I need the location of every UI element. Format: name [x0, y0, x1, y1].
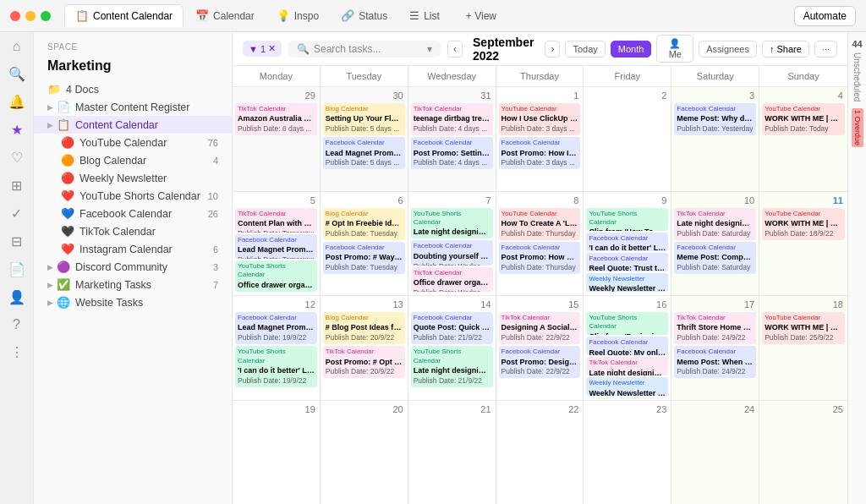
cal-cell-4[interactable]: 4YouTube CalendarWORK WITH ME | Rede:Pub…: [759, 87, 847, 191]
event-youtube[interactable]: YouTube CalendarHow I Use ClickUp To MPu…: [499, 103, 581, 135]
cal-cell-30[interactable]: 30Blog CalendarSetting Up Your Flodesh:P…: [321, 87, 408, 191]
maximize-button[interactable]: [41, 11, 51, 21]
more-icon[interactable]: ⋮: [10, 344, 24, 360]
close-button[interactable]: [10, 11, 20, 21]
event-tiktok[interactable]: TikTok CalendarPost Promo: # Opt In Fr:P…: [323, 346, 405, 378]
tab-content-calendar[interactable]: 📋Content Calendar: [64, 4, 184, 27]
cal-cell-16[interactable]: 16YouTube Shorts CalendarClip from 'Desi…: [584, 296, 671, 400]
event-facebook[interactable]: Facebook CalendarMeme Post: Why does mPu…: [674, 103, 756, 135]
grid-icon[interactable]: ⊟: [11, 233, 22, 249]
event-tiktok[interactable]: TikTok CalendarLate night designing witP…: [674, 208, 756, 240]
next-month-button[interactable]: ›: [545, 41, 560, 58]
month-view-button[interactable]: Month: [611, 41, 652, 58]
event-facebook[interactable]: Facebook Calendar'I can do it better' Li…: [586, 233, 668, 251]
tab-view[interactable]: + View: [452, 6, 507, 26]
sidebar-item-newsletter[interactable]: 🔴Weekly Newsletter: [34, 169, 232, 187]
automate-button[interactable]: Automate: [794, 6, 856, 26]
minimize-button[interactable]: [25, 11, 36, 21]
cal-cell-24[interactable]: 24: [671, 401, 759, 505]
cal-cell-5[interactable]: 5TikTok CalendarContent Plan with me inP…: [233, 192, 321, 296]
doc-icon[interactable]: 📄: [8, 261, 25, 277]
sidebar-item-blog[interactable]: 🟠Blog Calendar4: [34, 151, 232, 169]
event-tiktok[interactable]: TikTok CalendarThrift Store Home Deco:Pu…: [674, 312, 756, 344]
cal-cell-22[interactable]: 22: [496, 401, 584, 505]
question-icon[interactable]: ?: [13, 317, 20, 332]
cal-cell-15[interactable]: 15TikTok CalendarDesigning A Social Medi…: [496, 296, 584, 400]
notification-icon[interactable]: 🔔: [8, 94, 25, 110]
event-blog[interactable]: Blog Calendar# Blog Post Ideas for Sc:Pu…: [323, 312, 405, 344]
cal-cell-14[interactable]: 14Facebook CalendarQuote Post: Quick rem…: [408, 296, 496, 400]
share-button[interactable]: ↑ Share: [762, 41, 809, 58]
sidebar-item-website-tasks[interactable]: ▶🌐Website Tasks: [34, 293, 232, 311]
more-options-button[interactable]: ···: [814, 41, 837, 58]
cal-cell-17[interactable]: 17TikTok CalendarThrift Store Home Deco:…: [671, 296, 759, 400]
event-shorts[interactable]: YouTube Shorts CalendarLate night design…: [411, 346, 493, 387]
event-shorts[interactable]: YouTube Shorts CalendarClip from 'How To…: [586, 208, 668, 231]
check-icon[interactable]: ✓: [11, 205, 22, 222]
assignees-button[interactable]: Assignees: [699, 41, 757, 58]
search-box[interactable]: 🔍 Search tasks... ▾: [288, 41, 441, 58]
box-icon[interactable]: ⊞: [11, 178, 22, 194]
sidebar-docs[interactable]: 📁 4 Docs: [34, 80, 232, 98]
search-icon[interactable]: 🔍: [8, 66, 25, 82]
sidebar-item-shorts[interactable]: ❤️YouTube Shorts Calendar10: [34, 187, 232, 205]
tab-status[interactable]: 🔗Status: [331, 5, 397, 26]
heart-icon[interactable]: ♡: [11, 150, 23, 166]
cal-cell-12[interactable]: 12Facebook CalendarLead Magnet Promo: N:…: [233, 296, 321, 400]
event-shorts[interactable]: YouTube Shorts CalendarOffice drawer org…: [235, 260, 317, 292]
cal-cell-8[interactable]: 8YouTube CalendarHow To Create A 'Link I…: [496, 192, 584, 296]
cal-cell-10[interactable]: 10TikTok CalendarLate night designing wi…: [671, 192, 759, 296]
filter-close-icon[interactable]: ✕: [268, 43, 276, 54]
sidebar-item-master[interactable]: ▶📄Master Content Register: [34, 98, 232, 116]
event-shorts[interactable]: YouTube Shorts Calendar'I can do it bett…: [235, 346, 317, 387]
sidebar-item-tiktok[interactable]: 🖤TikTok Calendar: [34, 222, 232, 240]
cal-cell-11[interactable]: 11YouTube CalendarWORK WITH ME | Rede:Pu…: [759, 192, 847, 296]
sidebar-item-youtube[interactable]: 🔴YouTube Calendar76: [34, 134, 232, 151]
event-facebook[interactable]: Facebook CalendarReel Quote: My only foc…: [586, 337, 668, 355]
event-facebook[interactable]: Facebook CalendarPost Promo: How I Use (…: [499, 137, 581, 169]
event-tiktok[interactable]: TikTok Calendarteenage dirtbag trendPubl…: [411, 103, 493, 135]
cal-cell-2[interactable]: 2: [584, 87, 671, 191]
event-tiktok[interactable]: TikTok CalendarOffice drawer organisat:P…: [411, 267, 493, 292]
cal-cell-20[interactable]: 20: [321, 401, 408, 505]
cal-cell-9[interactable]: 9YouTube Shorts CalendarClip from 'How T…: [584, 192, 671, 296]
event-facebook[interactable]: Facebook CalendarDoubting yourself is no…: [411, 240, 493, 265]
event-facebook[interactable]: Facebook CalendarPost Promo: Designing /…: [499, 346, 581, 378]
cal-cell-3[interactable]: 3Facebook CalendarMeme Post: Why does mP…: [671, 87, 759, 191]
event-facebook[interactable]: Facebook CalendarMeme Post: ComputersPub…: [674, 242, 756, 274]
cal-cell-19[interactable]: 19: [233, 401, 321, 505]
user-icon[interactable]: 👤: [8, 289, 25, 305]
cal-cell-21[interactable]: 21: [408, 401, 496, 505]
home-icon[interactable]: ⌂: [13, 39, 21, 54]
event-shorts[interactable]: YouTube Shorts CalendarClip from 'Design…: [586, 312, 668, 335]
event-shorts[interactable]: YouTube Shorts CalendarLate night design…: [411, 208, 493, 239]
cal-cell-25[interactable]: 25: [759, 401, 847, 505]
tab-calendar[interactable]: 📅Calendar: [185, 5, 265, 26]
cal-cell-7[interactable]: 7YouTube Shorts CalendarLate night desig…: [408, 192, 496, 296]
event-facebook[interactable]: Facebook CalendarQuote Post: Quick remir…: [411, 312, 493, 344]
tab-inspo[interactable]: 💡Inspo: [266, 5, 329, 26]
event-facebook[interactable]: Facebook CalendarMemo Post: When you aPu…: [674, 346, 756, 378]
cal-cell-13[interactable]: 13Blog Calendar# Blog Post Ideas for Sc:…: [321, 296, 408, 400]
sidebar-item-content-calendar[interactable]: ▶📋Content Calendar···: [34, 116, 232, 134]
event-facebook[interactable]: Facebook CalendarLead Magnet Promo: Br:P…: [235, 234, 317, 259]
tab-list[interactable]: ☰List: [399, 5, 450, 26]
event-youtube[interactable]: YouTube CalendarWORK WITH ME | Rede:Publ…: [762, 103, 845, 135]
star-icon[interactable]: ★: [11, 122, 23, 138]
event-newsletter[interactable]: Weekly NewsletterWeekly Newsletter 23-SP…: [586, 377, 668, 396]
event-blog[interactable]: Blog Calendar# Opt In Freebie Ideas f:Pu…: [323, 208, 405, 240]
event-facebook[interactable]: Facebook CalendarLead Magnet Promo: N:Pu…: [235, 312, 317, 344]
event-facebook[interactable]: Facebook CalendarPost Promo: How To CreP…: [499, 242, 581, 274]
event-tiktok[interactable]: TikTok CalendarAmazon Australia FindsPub…: [235, 103, 317, 135]
cal-cell-18[interactable]: 18YouTube CalendarWORK WITH ME | Rede:Pu…: [759, 296, 847, 400]
event-tiktok[interactable]: TikTok CalendarLate night designing se:P…: [586, 357, 668, 375]
today-button[interactable]: Today: [565, 41, 605, 58]
cal-cell-31[interactable]: 31TikTok Calendarteenage dirtbag trendPu…: [408, 87, 496, 191]
me-button[interactable]: 👤 Me: [656, 35, 693, 63]
event-facebook[interactable]: Facebook CalendarPost Promo: Setting UpP…: [411, 137, 493, 169]
cal-cell-6[interactable]: 6Blog Calendar# Opt In Freebie Ideas f:P…: [321, 192, 408, 296]
event-facebook[interactable]: Facebook CalendarLead Magnet Promo: N:Pu…: [323, 137, 405, 169]
sidebar-item-instagram[interactable]: ❤️Instagram Calendar6: [34, 240, 232, 258]
sidebar-item-facebook[interactable]: 💙Facebook Calendar26: [34, 205, 232, 222]
filter-button[interactable]: ▼ 1 ✕: [243, 41, 282, 57]
